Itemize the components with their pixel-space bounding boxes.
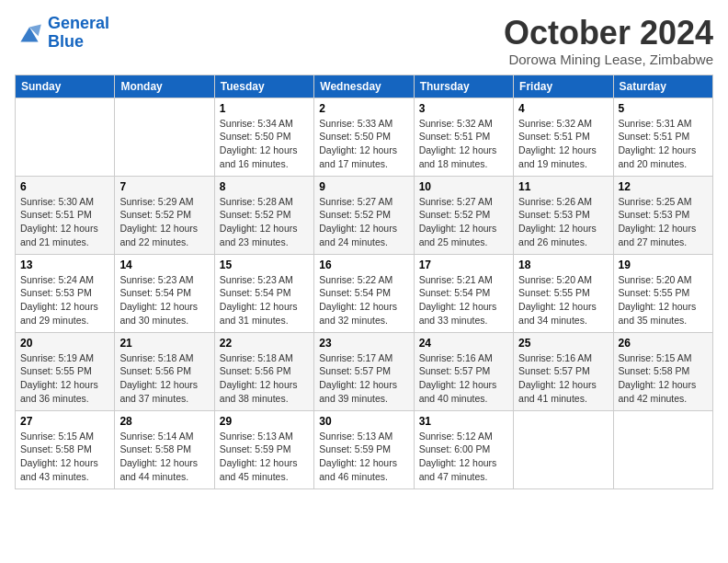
day-info: Sunrise: 5:32 AM Sunset: 5:51 PM Dayligh… bbox=[518, 117, 608, 171]
day-number: 31 bbox=[419, 415, 508, 428]
location-subtitle: Dorowa Mining Lease, Zimbabwe bbox=[504, 52, 713, 67]
day-info: Sunrise: 5:19 AM Sunset: 5:55 PM Dayligh… bbox=[20, 351, 109, 406]
calendar-cell: 25Sunrise: 5:16 AM Sunset: 5:57 PM Dayli… bbox=[514, 332, 613, 410]
day-info: Sunrise: 5:25 AM Sunset: 5:53 PM Dayligh… bbox=[619, 195, 708, 249]
calendar-cell: 18Sunrise: 5:20 AM Sunset: 5:55 PM Dayli… bbox=[514, 254, 613, 332]
calendar-cell: 10Sunrise: 5:27 AM Sunset: 5:52 PM Dayli… bbox=[414, 176, 513, 254]
calendar-cell: 2Sunrise: 5:33 AM Sunset: 5:50 PM Daylig… bbox=[314, 98, 414, 176]
page-header: General Blue October 2024 Dorowa Mining … bbox=[15, 15, 713, 67]
calendar-cell: 29Sunrise: 5:13 AM Sunset: 5:59 PM Dayli… bbox=[214, 410, 313, 488]
day-info: Sunrise: 5:15 AM Sunset: 5:58 PM Dayligh… bbox=[20, 430, 109, 484]
day-number: 12 bbox=[619, 180, 708, 193]
day-info: Sunrise: 5:20 AM Sunset: 5:55 PM Dayligh… bbox=[619, 273, 708, 327]
day-info: Sunrise: 5:18 AM Sunset: 5:56 PM Dayligh… bbox=[220, 351, 309, 406]
day-info: Sunrise: 5:27 AM Sunset: 5:52 PM Dayligh… bbox=[419, 195, 508, 249]
day-info: Sunrise: 5:24 AM Sunset: 5:53 PM Dayligh… bbox=[20, 273, 109, 327]
title-block: October 2024 Dorowa Mining Lease, Zimbab… bbox=[504, 15, 713, 67]
calendar-cell: 15Sunrise: 5:23 AM Sunset: 5:54 PM Dayli… bbox=[214, 254, 313, 332]
day-number: 15 bbox=[220, 259, 309, 271]
day-info: Sunrise: 5:29 AM Sunset: 5:52 PM Dayligh… bbox=[119, 195, 209, 249]
calendar-header-monday: Monday bbox=[115, 75, 214, 98]
day-number: 2 bbox=[319, 102, 408, 115]
day-number: 14 bbox=[119, 259, 209, 271]
day-number: 7 bbox=[119, 180, 209, 193]
day-number: 13 bbox=[20, 259, 109, 271]
calendar-cell: 27Sunrise: 5:15 AM Sunset: 5:58 PM Dayli… bbox=[16, 410, 115, 488]
day-info: Sunrise: 5:30 AM Sunset: 5:51 PM Dayligh… bbox=[20, 195, 109, 249]
month-title: October 2024 bbox=[504, 15, 713, 52]
calendar-week-row: 6Sunrise: 5:30 AM Sunset: 5:51 PM Daylig… bbox=[16, 176, 713, 254]
calendar-cell bbox=[613, 410, 712, 488]
day-number: 19 bbox=[619, 259, 708, 271]
calendar-cell: 1Sunrise: 5:34 AM Sunset: 5:50 PM Daylig… bbox=[214, 98, 313, 176]
calendar-table: SundayMondayTuesdayWednesdayThursdayFrid… bbox=[15, 75, 713, 489]
calendar-header-tuesday: Tuesday bbox=[214, 75, 313, 98]
day-info: Sunrise: 5:17 AM Sunset: 5:57 PM Dayligh… bbox=[319, 351, 408, 406]
calendar-cell: 31Sunrise: 5:12 AM Sunset: 6:00 PM Dayli… bbox=[414, 410, 513, 488]
day-info: Sunrise: 5:34 AM Sunset: 5:50 PM Dayligh… bbox=[220, 117, 309, 171]
day-info: Sunrise: 5:27 AM Sunset: 5:52 PM Dayligh… bbox=[319, 195, 408, 249]
day-number: 26 bbox=[619, 337, 708, 350]
calendar-cell: 23Sunrise: 5:17 AM Sunset: 5:57 PM Dayli… bbox=[314, 332, 414, 410]
calendar-cell: 28Sunrise: 5:14 AM Sunset: 5:58 PM Dayli… bbox=[115, 410, 214, 488]
day-info: Sunrise: 5:12 AM Sunset: 6:00 PM Dayligh… bbox=[419, 430, 508, 484]
calendar-header-thursday: Thursday bbox=[414, 75, 513, 98]
day-number: 21 bbox=[119, 337, 209, 350]
calendar-header-wednesday: Wednesday bbox=[314, 75, 414, 98]
day-info: Sunrise: 5:16 AM Sunset: 5:57 PM Dayligh… bbox=[419, 351, 508, 406]
day-number: 1 bbox=[220, 102, 309, 115]
calendar-cell: 7Sunrise: 5:29 AM Sunset: 5:52 PM Daylig… bbox=[115, 176, 214, 254]
calendar-cell: 5Sunrise: 5:31 AM Sunset: 5:51 PM Daylig… bbox=[613, 98, 712, 176]
day-number: 11 bbox=[518, 180, 608, 193]
calendar-week-row: 1Sunrise: 5:34 AM Sunset: 5:50 PM Daylig… bbox=[16, 98, 713, 176]
day-info: Sunrise: 5:13 AM Sunset: 5:59 PM Dayligh… bbox=[319, 430, 408, 484]
day-info: Sunrise: 5:13 AM Sunset: 5:59 PM Dayligh… bbox=[220, 430, 309, 484]
day-number: 24 bbox=[419, 337, 508, 350]
calendar-week-row: 20Sunrise: 5:19 AM Sunset: 5:55 PM Dayli… bbox=[16, 332, 713, 410]
day-info: Sunrise: 5:15 AM Sunset: 5:58 PM Dayligh… bbox=[619, 351, 708, 406]
calendar-cell: 30Sunrise: 5:13 AM Sunset: 5:59 PM Dayli… bbox=[314, 410, 414, 488]
day-info: Sunrise: 5:31 AM Sunset: 5:51 PM Dayligh… bbox=[619, 117, 708, 171]
calendar-cell: 19Sunrise: 5:20 AM Sunset: 5:55 PM Dayli… bbox=[613, 254, 712, 332]
day-number: 22 bbox=[220, 337, 309, 350]
calendar-cell: 26Sunrise: 5:15 AM Sunset: 5:58 PM Dayli… bbox=[613, 332, 712, 410]
day-info: Sunrise: 5:28 AM Sunset: 5:52 PM Dayligh… bbox=[220, 195, 309, 249]
calendar-cell bbox=[514, 410, 613, 488]
day-number: 6 bbox=[20, 180, 109, 193]
calendar-cell: 17Sunrise: 5:21 AM Sunset: 5:54 PM Dayli… bbox=[414, 254, 513, 332]
day-info: Sunrise: 5:32 AM Sunset: 5:51 PM Dayligh… bbox=[419, 117, 508, 171]
day-number: 29 bbox=[220, 415, 309, 428]
day-number: 23 bbox=[319, 337, 408, 350]
calendar-header-row: SundayMondayTuesdayWednesdayThursdayFrid… bbox=[16, 75, 713, 98]
day-number: 10 bbox=[419, 180, 508, 193]
calendar-header-friday: Friday bbox=[514, 75, 613, 98]
calendar-cell: 8Sunrise: 5:28 AM Sunset: 5:52 PM Daylig… bbox=[214, 176, 313, 254]
calendar-week-row: 27Sunrise: 5:15 AM Sunset: 5:58 PM Dayli… bbox=[16, 410, 713, 488]
calendar-cell: 12Sunrise: 5:25 AM Sunset: 5:53 PM Dayli… bbox=[613, 176, 712, 254]
day-number: 28 bbox=[119, 415, 209, 428]
calendar-cell: 20Sunrise: 5:19 AM Sunset: 5:55 PM Dayli… bbox=[16, 332, 115, 410]
logo-general: General bbox=[48, 14, 109, 32]
day-number: 5 bbox=[619, 102, 708, 115]
calendar-cell: 21Sunrise: 5:18 AM Sunset: 5:56 PM Dayli… bbox=[115, 332, 214, 410]
calendar-cell bbox=[16, 98, 115, 176]
calendar-cell: 22Sunrise: 5:18 AM Sunset: 5:56 PM Dayli… bbox=[214, 332, 313, 410]
calendar-cell: 16Sunrise: 5:22 AM Sunset: 5:54 PM Dayli… bbox=[314, 254, 414, 332]
day-info: Sunrise: 5:18 AM Sunset: 5:56 PM Dayligh… bbox=[119, 351, 209, 406]
logo: General Blue bbox=[15, 15, 109, 52]
calendar-cell bbox=[115, 98, 214, 176]
day-info: Sunrise: 5:26 AM Sunset: 5:53 PM Dayligh… bbox=[518, 195, 608, 249]
calendar-cell: 4Sunrise: 5:32 AM Sunset: 5:51 PM Daylig… bbox=[514, 98, 613, 176]
calendar-header-sunday: Sunday bbox=[16, 75, 115, 98]
day-number: 30 bbox=[319, 415, 408, 428]
day-number: 27 bbox=[20, 415, 109, 428]
day-number: 25 bbox=[518, 337, 608, 350]
day-number: 17 bbox=[419, 259, 508, 271]
day-number: 16 bbox=[319, 259, 408, 271]
logo-icon bbox=[15, 20, 44, 46]
calendar-cell: 14Sunrise: 5:23 AM Sunset: 5:54 PM Dayli… bbox=[115, 254, 214, 332]
logo-blue: Blue bbox=[48, 32, 84, 51]
calendar-header-saturday: Saturday bbox=[613, 75, 712, 98]
day-info: Sunrise: 5:23 AM Sunset: 5:54 PM Dayligh… bbox=[119, 273, 209, 327]
calendar-cell: 3Sunrise: 5:32 AM Sunset: 5:51 PM Daylig… bbox=[414, 98, 513, 176]
